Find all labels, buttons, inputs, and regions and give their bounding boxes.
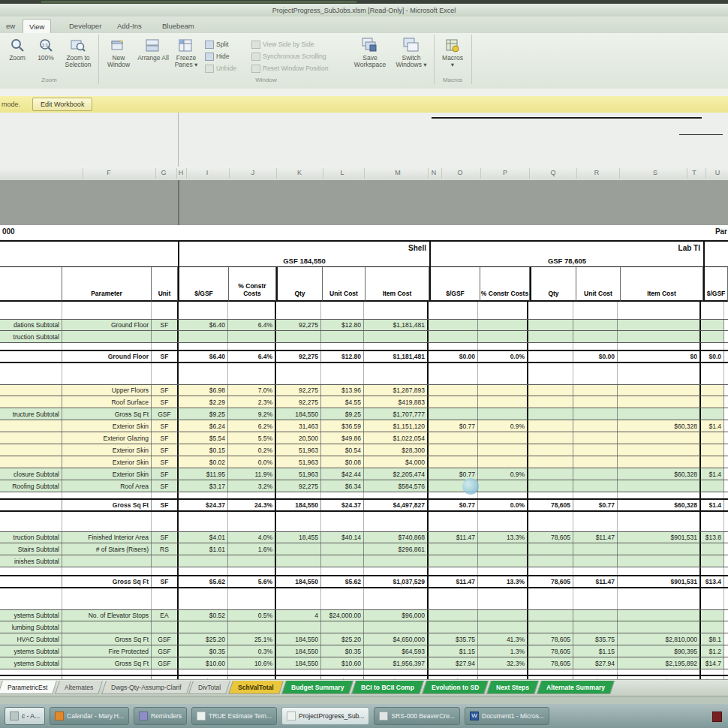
arrange-all-button[interactable]: Arrange All [137,37,169,62]
cell-subtotal-label[interactable] [0,444,62,456]
sheet-tab-dwgs-qty-assump-clarif[interactable]: Dwgs-Qty-Assump-Clarif [101,681,191,694]
cell-subtotal-label[interactable]: Stairs Subtotal [0,543,62,555]
shell-cell-sgsf[interactable]: $0.52 [177,610,228,621]
table-row[interactable]: Stairs Subtotal# of Stairs (Risers)RS$1.… [0,543,728,555]
lab-cell-itemcost[interactable]: $901,531 [618,532,700,543]
total-row[interactable]: Gross Sq FtSF$24.3724.3%184,550$24.37$4,… [0,498,728,512]
table-row[interactable]: inishes Subtotal [0,555,728,567]
lab-cell-sgsf[interactable] [427,331,478,342]
save-workspace-button[interactable]: Save Workspace [350,37,390,68]
lab-cell-pct[interactable]: 13.3% [478,532,528,543]
lab-cell-sgsf[interactable] [427,610,478,621]
lab-cell-sgsf[interactable]: $11.47 [427,576,478,587]
far-cell-sgsf[interactable]: $1.2 [699,645,724,657]
lab-cell-sgsf[interactable] [427,408,478,420]
lab-cell-itemcost[interactable] [618,555,700,567]
lab-cell-qty[interactable]: 78,605 [527,576,573,587]
shell-cell-unitcost[interactable]: $12.80 [321,351,364,362]
table-row[interactable]: truction SubtotalFinished Interior AreaS… [0,531,728,543]
lab-cell-qty[interactable] [527,408,573,420]
far-cell-sgsf[interactable]: $1.4 [699,468,724,480]
shell-cell-unitcost[interactable]: $0.08 [321,456,364,468]
lab-cell-itemcost[interactable] [618,621,700,633]
lab-cell-qty[interactable] [527,432,573,444]
cell-parameter[interactable]: Exterior Glazing [62,432,152,444]
total-row[interactable]: Ground FloorSF$6.406.4%92,275$12.80$1,18… [0,350,728,363]
lab-cell-qty[interactable]: 78,605 [527,532,573,543]
far-cell-sgsf[interactable]: $1.4 [699,500,724,510]
shell-cell-qty[interactable]: 51,963 [275,456,321,468]
shell-cell-qty[interactable] [275,543,321,555]
lab-cell-unitcost[interactable]: $11.47 [573,532,618,543]
cell-subtotal-label[interactable]: inishes Subtotal [0,555,62,567]
shell-cell-unitcost[interactable]: $24.37 [321,500,364,510]
lab-cell-unitcost[interactable]: $1.15 [573,645,618,657]
table-row[interactable]: Roofing SubtotalRoof AreaSF$3.173.2%92,2… [0,480,728,492]
sheet-tab-evolution-to-sd[interactable]: Evolution to SD [422,681,489,694]
shell-cell-itemcost[interactable]: $584,576 [364,480,428,492]
shell-cell-sgsf[interactable] [177,621,228,633]
table-row[interactable]: Exterior SkinSF$0.020.0%51,963$0.08$4,00… [0,456,728,468]
lab-cell-qty[interactable] [527,420,573,432]
shell-cell-sgsf[interactable]: $0.02 [177,456,228,468]
lab-cell-itemcost[interactable] [618,385,700,396]
shell-cell-sgsf[interactable]: $6.40 [177,351,228,362]
shell-cell-pct[interactable] [228,331,275,342]
shell-cell-itemcost[interactable]: $1,181,481 [364,351,428,362]
column-header-K[interactable]: K [297,169,302,176]
shell-cell-sgsf[interactable]: $3.17 [177,480,228,492]
shell-cell-itemcost[interactable]: $64,593 [364,645,428,657]
far-cell-sgsf[interactable] [699,610,724,621]
shell-cell-unitcost[interactable]: $0.35 [321,645,364,657]
cell-parameter[interactable]: No. of Elevator Stops [62,610,152,621]
column-header-J[interactable]: J [251,169,255,176]
shell-cell-pct[interactable]: 6.2% [228,420,275,432]
lab-cell-pct[interactable] [478,555,528,567]
sheet-tab-alternate-summary[interactable]: Alternate Summary [537,681,615,694]
shell-cell-unitcost[interactable]: $24,000.00 [321,610,364,621]
table-row[interactable]: Exterior GlazingSF$5.545.5%20,500$49.86$… [0,432,728,444]
shell-cell-unitcost[interactable]: $49.86 [321,432,364,444]
shell-cell-qty[interactable]: 92,275 [275,385,321,396]
taskbar-button-projectprogress-sub-[interactable]: ProjectProgress_Sub... [281,707,369,725]
shell-cell-itemcost[interactable]: $740,868 [364,532,428,543]
lab-cell-unitcost[interactable] [573,543,618,555]
far-cell-sgsf[interactable] [699,456,724,468]
lab-cell-sgsf[interactable] [427,320,478,330]
lab-cell-itemcost[interactable] [618,543,700,555]
shell-cell-unitcost[interactable] [321,555,364,567]
shell-cell-itemcost[interactable] [364,555,428,567]
lab-cell-itemcost[interactable]: $901,531 [618,576,700,587]
column-header-U[interactable]: U [715,169,720,176]
lab-cell-pct[interactable] [478,320,528,330]
shell-cell-pct[interactable]: 1.6% [228,543,275,555]
shell-cell-sgsf[interactable]: $9.25 [177,408,228,420]
shell-cell-sgsf[interactable]: $1.61 [177,543,228,555]
lab-cell-itemcost[interactable] [618,610,700,621]
sheet-tab-schvaltotal[interactable]: SchValTotal [228,681,283,694]
cell-subtotal-label[interactable] [0,396,62,408]
lab-cell-itemcost[interactable] [618,396,700,408]
cell-parameter[interactable]: Exterior Skin [62,468,152,480]
lab-cell-pct[interactable] [478,543,528,555]
cell-subtotal-label[interactable]: HVAC Subtotal [0,633,62,645]
table-row[interactable]: Exterior SkinSF$6.246.2%31,463$36.59$1,1… [0,420,728,432]
table-row[interactable]: closure SubtotalExterior SkinSF$11.9511.… [0,468,728,480]
cell-subtotal-label[interactable] [0,385,62,396]
lab-cell-unitcost[interactable] [573,480,618,492]
shell-cell-sgsf[interactable]: $25.20 [177,633,228,645]
cell-unit[interactable]: SF [152,320,178,330]
shell-cell-sgsf[interactable]: $11.95 [177,468,228,480]
lab-cell-unitcost[interactable] [573,456,618,468]
table-row[interactable]: tructure SubtotalGross Sq FtGSF$9.259.2%… [0,408,728,420]
lab-cell-itemcost[interactable]: $60,328 [618,420,700,432]
split-button[interactable]: Split [205,39,229,50]
table-row[interactable]: truction Subtotal [0,331,728,343]
cell-subtotal-label[interactable] [0,432,62,444]
lab-cell-qty[interactable] [527,396,573,408]
taskbar-button-reminders[interactable]: Reminders [134,707,187,725]
lab-cell-sgsf[interactable] [427,456,478,468]
shell-cell-sgsf[interactable]: $0.35 [177,645,228,657]
lab-cell-unitcost[interactable] [573,396,618,408]
cell-subtotal-label[interactable]: truction Subtotal [0,331,62,342]
